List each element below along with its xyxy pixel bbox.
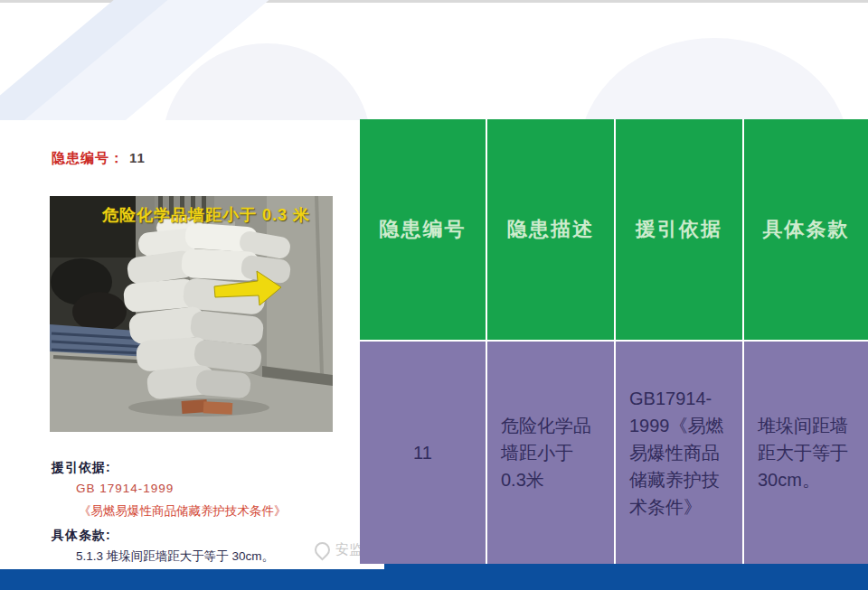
- footer-bar-step: [384, 564, 868, 590]
- citation-clause-item: 5.1.3 堆垛间距墙距大于等于 30cm。: [76, 550, 354, 564]
- hazard-table: 隐患编号 隐患描述 援引依据 具体条款 11 危险化学品 墙距小于 0.3米 G…: [360, 119, 868, 564]
- table-cell-clause: 堆垛间距墙 距大于等于 30cm。: [744, 342, 868, 564]
- hazard-number-note: 隐患编号：11: [52, 150, 146, 167]
- table-header-hazard-id: 隐患编号: [360, 119, 486, 340]
- photo-caption: 危险化学品墙距小于 0.3 米: [50, 204, 333, 226]
- citation-standard-title: 《易燃易爆性商品储藏养护技术条件》: [79, 505, 354, 519]
- hazard-number-value: 11: [129, 150, 146, 165]
- table-cell-hazard-id: 11: [360, 342, 486, 564]
- decor-hill: [579, 38, 850, 120]
- hazard-number-label: 隐患编号：: [52, 150, 124, 165]
- table-header-reference: 援引依据: [616, 119, 742, 340]
- top-decoration: [0, 0, 868, 120]
- citation-basis-label: 援引依据:: [52, 461, 354, 474]
- citation-standard-code: GB 17914-1999: [76, 482, 354, 496]
- slide: 隐患编号：11: [0, 0, 868, 590]
- citation-clause-label: 具体条款:: [52, 529, 354, 542]
- hazard-photo: 危险化学品墙距小于 0.3 米: [50, 196, 333, 432]
- citation-block: 援引依据: GB 17914-1999 《易燃易爆性商品储藏养护技术条件》 具体…: [52, 461, 354, 564]
- table-header-clause: 具体条款: [744, 119, 868, 340]
- table-cell-reference: GB17914- 1999《易燃 易爆性商品 储藏养护技 术条件》: [616, 342, 742, 564]
- table-cell-description: 危险化学品 墙距小于 0.3米: [487, 342, 614, 564]
- hazard-photo-illustration: [50, 196, 333, 432]
- table-header-description: 隐患描述: [487, 119, 614, 340]
